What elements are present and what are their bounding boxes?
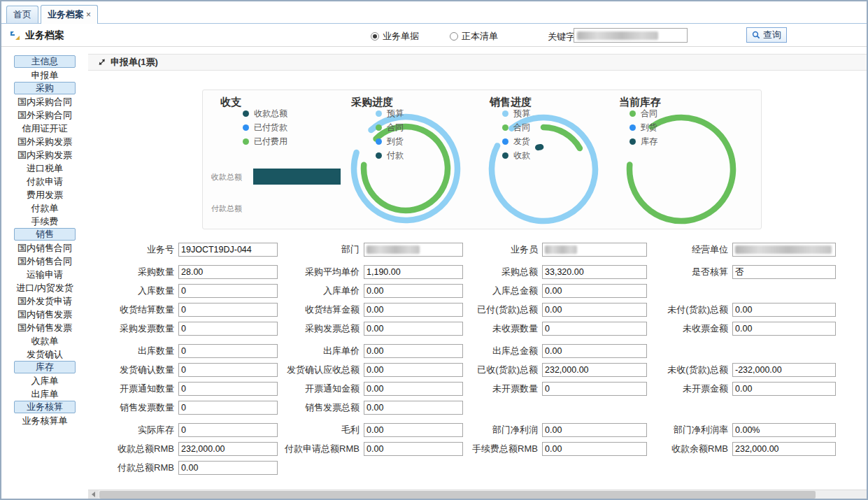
- sidebar-item[interactable]: 付款申请: [1, 175, 88, 188]
- legend-item[interactable]: 预算: [502, 106, 530, 120]
- sidebar-item[interactable]: 业务核算单: [1, 414, 88, 427]
- sidebar-item[interactable]: 出库单: [1, 387, 88, 401]
- legend-item[interactable]: 发货: [502, 134, 530, 148]
- legend-item[interactable]: 到货: [629, 120, 657, 134]
- form-field-input[interactable]: [178, 401, 278, 415]
- tab-business-archive[interactable]: 业务档案 ×: [41, 5, 98, 24]
- sidebar-group[interactable]: 主信息: [14, 55, 76, 68]
- sidebar-item[interactable]: 国内销售合同: [1, 241, 88, 255]
- form-field-input[interactable]: [364, 382, 463, 396]
- radio-business-documents-circle[interactable]: [371, 32, 379, 41]
- search-button[interactable]: 查询: [746, 27, 787, 43]
- form-field-input[interactable]: [732, 265, 836, 279]
- sidebar-item[interactable]: 费用发票: [1, 188, 88, 201]
- sidebar-item[interactable]: 信用证开证: [1, 122, 88, 135]
- legend-item[interactable]: 付款: [376, 148, 404, 162]
- sidebar-item[interactable]: 国外采购发票: [1, 135, 88, 148]
- sidebar-item[interactable]: 国内采购合同: [1, 95, 88, 108]
- form-field-input[interactable]: [542, 344, 647, 358]
- form-field-input[interactable]: [178, 461, 278, 475]
- legend-item[interactable]: 已付货款: [243, 120, 287, 134]
- form-field-input[interactable]: [732, 382, 836, 396]
- sidebar-item[interactable]: 国外销售发票: [1, 321, 88, 334]
- sidebar-item[interactable]: 运输申请: [1, 268, 88, 281]
- radio-original-list[interactable]: 正本清单: [450, 30, 498, 43]
- legend-item[interactable]: 收款: [502, 148, 530, 162]
- form-field-input[interactable]: [364, 303, 463, 317]
- sidebar-item[interactable]: 手续费: [1, 215, 88, 228]
- form-field-input[interactable]: [732, 303, 836, 317]
- tab-close-icon[interactable]: ×: [86, 10, 91, 20]
- donut-ring[interactable]: [354, 117, 457, 220]
- form-field-input[interactable]: [178, 442, 278, 456]
- form-field-input[interactable]: [178, 344, 278, 358]
- form-field-input[interactable]: [542, 442, 647, 456]
- sidebar-group[interactable]: 销售: [14, 228, 76, 241]
- legend-item[interactable]: 收款总额: [243, 106, 287, 120]
- sidebar-item[interactable]: 进口税单: [1, 162, 88, 175]
- form-field-input[interactable]: [178, 243, 278, 257]
- horizontal-scrollbar[interactable]: [88, 490, 867, 499]
- form-field-input[interactable]: [542, 303, 647, 317]
- legend-item[interactable]: 库存: [629, 134, 657, 148]
- tab-home[interactable]: 首页: [6, 6, 38, 23]
- form-field-input[interactable]: [178, 322, 278, 336]
- sidebar-item[interactable]: 收款单: [1, 334, 88, 348]
- form-field-input[interactable]: [364, 442, 463, 456]
- form-field-input[interactable]: [542, 284, 647, 298]
- form-field-input[interactable]: [542, 243, 647, 257]
- form-field-input[interactable]: [732, 322, 836, 336]
- form-field-input[interactable]: [542, 322, 647, 336]
- form-field-input[interactable]: [178, 284, 278, 298]
- sidebar-group[interactable]: 库存: [14, 361, 76, 373]
- bar-segment[interactable]: [253, 169, 341, 185]
- form-field-input[interactable]: [178, 382, 278, 396]
- legend-item[interactable]: 到货: [376, 134, 404, 148]
- form-field-input[interactable]: [364, 322, 463, 336]
- form-field-input[interactable]: [732, 442, 836, 456]
- sidebar-group[interactable]: 业务核算: [14, 401, 76, 413]
- form-field-input[interactable]: [542, 382, 647, 396]
- legend-item[interactable]: 合同: [502, 120, 530, 134]
- form-field-input[interactable]: [364, 265, 463, 279]
- radio-business-documents[interactable]: 业务单据: [371, 30, 419, 43]
- sidebar-item[interactable]: 国外销售合同: [1, 255, 88, 268]
- form-field-input[interactable]: [364, 344, 463, 358]
- form-field-input[interactable]: [364, 363, 463, 377]
- form-field-input[interactable]: [178, 423, 278, 437]
- sidebar-item[interactable]: 国内采购发票: [1, 148, 88, 162]
- sidebar-item[interactable]: 国外发货申请: [1, 294, 88, 308]
- sidebar-item[interactable]: 发货确认: [1, 348, 88, 361]
- legend-item[interactable]: 合同: [629, 106, 657, 120]
- form-field-input[interactable]: [542, 363, 647, 377]
- donut-ring[interactable]: [538, 147, 541, 148]
- legend-item[interactable]: 合同: [376, 120, 404, 134]
- form-field-input[interactable]: [364, 423, 463, 437]
- sidebar-item[interactable]: 国内销售发票: [1, 308, 88, 321]
- radio-original-list-circle[interactable]: [450, 32, 458, 41]
- keyword-input[interactable]: [574, 28, 688, 43]
- form-field-input[interactable]: [732, 423, 836, 437]
- form-field-input[interactable]: [732, 243, 836, 257]
- sidebar-group[interactable]: 采购: [14, 82, 76, 94]
- sidebar-item[interactable]: 付款单: [1, 201, 88, 215]
- form-field-input[interactable]: [732, 363, 836, 377]
- legend-item[interactable]: 预算: [376, 106, 404, 120]
- form-field-input[interactable]: [542, 265, 647, 279]
- form-field-input[interactable]: [364, 243, 463, 257]
- expand-icon[interactable]: [98, 58, 106, 66]
- sidebar-item[interactable]: 入库单: [1, 374, 88, 387]
- sidebar-item[interactable]: 申报单: [1, 69, 88, 82]
- form-field-input[interactable]: [364, 401, 463, 415]
- form-field-input[interactable]: [178, 303, 278, 317]
- form-field-input[interactable]: [542, 423, 647, 437]
- form-field-input[interactable]: [364, 284, 463, 298]
- form-field-input[interactable]: [178, 363, 278, 377]
- form-field-input[interactable]: [178, 265, 278, 279]
- detail-form: 业务号部门业务员经营单位采购数量采购平均单价采购总额是否核算入库数量入库单价入库…: [88, 243, 867, 475]
- sidebar-item[interactable]: 国外采购合同: [1, 108, 88, 122]
- scrollbar-thumb[interactable]: [99, 491, 816, 499]
- scroll-left-button[interactable]: [88, 490, 99, 499]
- sidebar-item[interactable]: 进口/内贸发货: [1, 281, 88, 294]
- legend-item[interactable]: 已付费用: [243, 134, 287, 148]
